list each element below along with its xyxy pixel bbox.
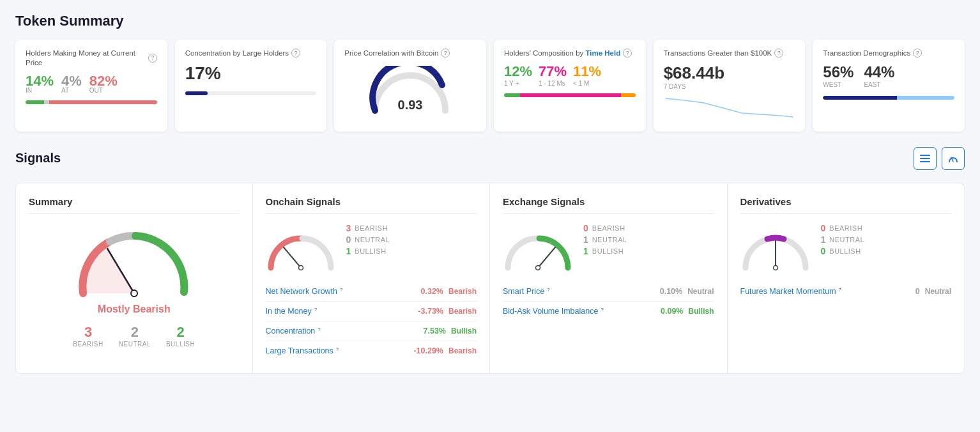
net-network-growth-pct: 0.32% [421,287,443,296]
hc-p3: 11% [573,63,601,80]
derivatives-signal-rows: Futures Market Momentum ? 0 Neutral [740,282,952,301]
hc-bar [504,93,636,97]
onchain-neutral-row: 0 NEUTRAL [346,235,390,245]
concentration-bar [185,91,317,95]
exchange-bearish-count: 0 [583,223,588,233]
price-correlation-gauge: 0.93 [344,66,476,114]
signal-row-futures-momentum: Futures Market Momentum ? 0 Neutral [740,282,952,301]
summary-gauge-svg [70,223,198,300]
card-price-correlation: Price Correlation with Bitcoin ? 0.93 [334,40,486,132]
concentration-help-icon[interactable]: ? [291,49,300,58]
demo-bar-east [897,96,954,100]
holders-bar-red [49,100,157,104]
signal-row-smart-price: Smart Price ? 0.10% Neutral [503,282,714,302]
bid-ask-status: Bullish [688,307,714,316]
token-summary-grid: Holders Making Money at Current Price ? … [15,40,965,132]
futures-momentum-help[interactable]: ? [839,287,847,295]
bid-ask-help[interactable]: ? [601,307,609,315]
hc-bar-green [504,93,520,97]
holders-composition-help-icon[interactable]: ? [623,49,632,58]
holders-bar-green [26,100,44,104]
futures-momentum-status: Neutral [925,287,951,296]
demo-west-label: WEST [823,81,854,88]
transactions-100k-label: 7 DAYS [664,83,795,90]
smart-price-status: Neutral [687,287,714,296]
list-view-button[interactable] [914,147,937,170]
summary-label: Mostly Bearish [98,304,171,315]
signals-grid: Summary Mostly Bearish [15,183,965,374]
concentration-signal-help[interactable]: ? [318,327,326,335]
signals-summary-section: Summary Mostly Bearish [15,183,253,374]
holders-money-help-icon[interactable]: ? [148,54,157,63]
concentration-value: 17% [185,63,317,84]
derivatives-counts: 0 BEARISH 1 NEUTRAL 0 BULLISH [821,223,865,256]
net-network-growth-status: Bearish [448,287,477,296]
large-transactions-help[interactable]: ? [336,346,344,355]
net-network-growth-value: 0.32% Bearish [421,287,477,296]
futures-momentum-link[interactable]: Futures Market Momentum ? [740,287,847,296]
smart-price-help[interactable]: ? [547,287,555,295]
onchain-counts: 3 BEARISH 0 NEUTRAL 1 BULLISH [346,223,390,256]
transactions-100k-help-icon[interactable]: ? [774,49,783,58]
summary-bearish-col: 3 BEARISH [73,324,103,348]
concentration-bar-fill [185,91,208,95]
exchange-section-title: Exchange Signals [503,196,714,214]
futures-momentum-value: 0 Neutral [915,287,951,296]
derivatives-bearish-row: 0 BEARISH [821,223,865,233]
concentration-link[interactable]: Concentration ? [266,327,326,336]
net-network-growth-link[interactable]: Net Network Growth ? [266,287,349,296]
hc-p3-col: 11% < 1 M [573,63,601,87]
derivatives-neutral-label: NEUTRAL [829,236,864,243]
hc-l2: 1 - 12 Ms [539,80,567,87]
svg-text:0.93: 0.93 [398,98,423,112]
in-the-money-status: Bearish [448,307,477,316]
demo-east-col: 44% EAST [864,63,894,88]
gauge-view-button[interactable] [942,147,965,170]
in-the-money-help[interactable]: ? [314,307,323,315]
derivatives-bullish-label: BULLISH [829,247,861,255]
bid-ask-pct: 0.09% [661,307,683,316]
holders-comp-percentages: 12% 1 Y + 77% 1 - 12 Ms 11% < 1 M [504,63,636,87]
demo-bar-west [823,96,896,100]
summary-neutral-col: 2 NEUTRAL [119,324,151,348]
transactions-100k-value: $68.44b [664,63,795,83]
derivatives-gauge-svg [740,223,811,274]
in-the-money-link[interactable]: In the Money ? [266,307,323,316]
svg-rect-2 [920,158,930,159]
hc-l1: 1 Y + [504,80,532,87]
hc-p2-col: 77% 1 - 12 Ms [539,63,567,87]
hc-bar-pink [520,93,621,97]
exchange-gauge-svg [503,223,573,274]
large-transactions-link[interactable]: Large Transactions ? [266,346,344,355]
transaction-demographics-help-icon[interactable]: ? [913,49,922,58]
onchain-gauge-svg [266,223,336,274]
exchange-bearish-label: BEARISH [592,224,625,232]
hc-bar-orange [621,93,636,97]
svg-rect-1 [920,155,930,156]
price-correlation-help-icon[interactable]: ? [441,49,450,58]
summary-bullish-col: 2 BULLISH [166,324,195,348]
card-holders-money-title: Holders Making Money at Current Price ? [26,49,157,68]
signals-buttons [914,147,965,170]
smart-price-link[interactable]: Smart Price ? [503,287,555,296]
correlation-gauge-svg: 0.93 [369,66,452,114]
signals-title: Signals [15,151,61,166]
onchain-neutral-count: 0 [346,235,351,245]
onchain-bullish-label: BULLISH [355,247,386,255]
derivatives-bullish-count: 0 [821,246,826,256]
bid-ask-link[interactable]: Bid-Ask Volume Imbalance ? [503,307,609,316]
card-concentration: Concentration by Large Holders ? 17% [175,40,327,132]
exchange-neutral-count: 1 [583,235,588,245]
concentration-title: Concentration by Large Holders ? [185,49,317,58]
signals-onchain-section: Onchain Signals 3 BEARISH [253,183,491,374]
net-network-growth-help[interactable]: ? [340,287,348,295]
exchange-bullish-row: 1 BULLISH [583,246,627,256]
onchain-top: 3 BEARISH 0 NEUTRAL 1 BULLISH [266,223,477,274]
futures-momentum-pct: 0 [915,287,920,296]
onchain-bearish-label: BEARISH [355,224,388,232]
svg-point-10 [536,265,540,270]
summary-bearish-num: 3 [73,324,103,341]
signal-row-net-network-growth: Net Network Growth ? 0.32% Bearish [266,282,477,302]
derivatives-neutral-row: 1 NEUTRAL [821,235,865,245]
page-title: Token Summary [15,13,965,29]
